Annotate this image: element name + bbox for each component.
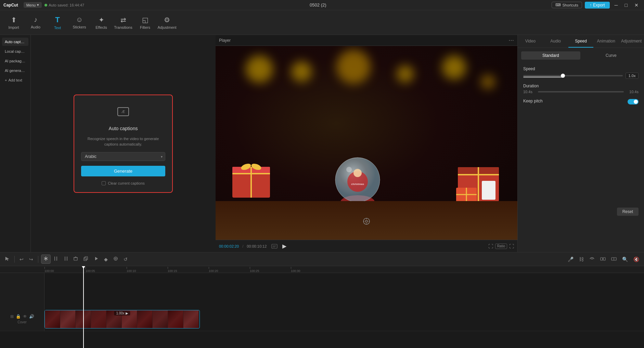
export-arrow-icon: ↑ xyxy=(590,3,592,8)
menu-button[interactable]: Menu ▾ xyxy=(24,2,42,8)
settings-dial-icon[interactable] xyxy=(363,218,370,226)
track-lock-icon[interactable]: 🔒 xyxy=(16,314,21,319)
right-panel: Video Audio Speed Animation Adjustment S… xyxy=(517,35,644,252)
ruler-line xyxy=(44,267,45,269)
toolbar-item-import[interactable]: ⬆ Import xyxy=(3,12,24,33)
tab-speed-label: Speed xyxy=(575,39,587,44)
mute-button[interactable]: 🔇 xyxy=(631,255,641,263)
player-controls: 00:00:02:20 / 00:00:10:12 ▶ ⛶ Ratio ⛶ xyxy=(216,240,517,252)
speed-value: 1.0x xyxy=(626,73,639,79)
captions-icon-player xyxy=(271,244,278,249)
toolbar-item-effects[interactable]: ✦ Effects xyxy=(91,12,112,33)
ai-packaging-label: AI packaging xyxy=(5,59,27,63)
close-button[interactable]: ✕ xyxy=(632,2,641,9)
track-audio-icon[interactable]: 🔊 xyxy=(29,314,34,319)
import-icon: ⬆ xyxy=(11,16,17,24)
frame-7 xyxy=(137,310,153,328)
svg-marker-43 xyxy=(95,257,98,260)
tab-animation[interactable]: Animation xyxy=(593,35,619,48)
tab-adjustment[interactable]: Adjustment xyxy=(619,35,644,48)
rotate-button[interactable]: ↺ xyxy=(121,255,130,263)
track-eye-icon[interactable]: 👁 xyxy=(23,314,27,319)
split-audio-button[interactable] xyxy=(609,255,619,263)
expand-icon[interactable]: ⛶ xyxy=(509,244,514,249)
speed-slider-thumb[interactable] xyxy=(561,74,565,78)
add-text-button[interactable]: + Add text xyxy=(2,76,28,84)
link-button[interactable]: ⛓ xyxy=(577,255,586,263)
shortcuts-button[interactable]: ⌨ Shortcuts xyxy=(552,2,582,8)
toolbar-item-stickers[interactable]: ☺ Stickers xyxy=(69,12,90,33)
split-button[interactable] xyxy=(41,254,51,264)
sidebar-item-local-captions[interactable]: Local capti... xyxy=(2,47,28,55)
copy-button[interactable] xyxy=(81,255,90,263)
toolbar-item-text[interactable]: T Text xyxy=(47,12,68,33)
subtab-standard-label: Standard xyxy=(542,53,559,58)
subtab-curve-label: Curve xyxy=(606,53,617,58)
transitions-label: Transitions xyxy=(114,25,132,29)
speed-section: Speed 1.0x Duration 10.4s xyxy=(518,63,644,108)
zoom-out-button[interactable]: 🔍 xyxy=(620,255,630,263)
tab-audio[interactable]: Audio xyxy=(543,35,568,48)
clear-captions-checkbox[interactable]: Clear current captions xyxy=(102,181,145,185)
reset-button[interactable]: Reset xyxy=(617,208,639,216)
video-track-row: 1.00x ▶ xyxy=(44,307,644,331)
video-clip[interactable]: 1.00x ▶ xyxy=(44,310,200,328)
sidebar-item-auto-captions[interactable]: Auto capto... xyxy=(2,38,28,46)
player-area: Player ⋯ xyxy=(216,35,517,252)
subtab-standard[interactable]: Standard xyxy=(521,51,580,60)
keep-pitch-label: Keep pitch xyxy=(523,99,543,103)
ruler-line xyxy=(127,267,127,269)
tab-speed[interactable]: Speed xyxy=(568,35,594,48)
sidebar-item-ai-packaging[interactable]: AI packaging xyxy=(2,57,28,65)
app-logo: CapCut xyxy=(3,3,18,8)
minimize-button[interactable]: ─ xyxy=(613,2,620,9)
toolbar-item-audio[interactable]: ♪ Audio xyxy=(25,12,46,33)
export-button[interactable]: ↑ Export xyxy=(585,2,610,9)
audio-track-button[interactable]: 🎤 xyxy=(566,255,576,263)
autosave-dot xyxy=(44,4,47,7)
menu-label: Menu xyxy=(26,3,36,7)
video-scene: christmas xyxy=(216,46,517,240)
captions-area: Æ Auto captions Recognize speech in the … xyxy=(31,35,216,252)
track-add-icon[interactable]: ⊞ xyxy=(10,314,14,319)
duration-slider[interactable] xyxy=(538,91,624,92)
split-left-button[interactable] xyxy=(52,255,60,263)
toolbar-item-filters[interactable]: ◱ Filters xyxy=(135,12,155,33)
keep-pitch-toggle[interactable] xyxy=(628,99,639,104)
match-button[interactable] xyxy=(598,255,608,263)
select-tool-button[interactable] xyxy=(3,255,12,263)
svg-point-13 xyxy=(353,169,362,177)
language-select[interactable]: Arabic English Chinese Spanish French Ja… xyxy=(81,152,165,161)
fullscreen-icon[interactable]: ⛶ xyxy=(488,244,493,249)
autosave-text: Auto saved: 16:44:47 xyxy=(49,3,84,7)
split-right-button[interactable] xyxy=(62,255,70,263)
play-button[interactable]: ▶ xyxy=(281,241,288,251)
player-menu-icon[interactable]: ⋯ xyxy=(508,37,514,44)
tab-adjustment-label: Adjustment xyxy=(621,39,642,44)
color-match-button[interactable] xyxy=(111,255,120,263)
sidebar-item-ai-generated[interactable]: AI generated xyxy=(2,66,28,75)
ratio-button[interactable]: Ratio xyxy=(495,244,507,249)
toolbar-item-adjustment[interactable]: ⚙ Adjustment xyxy=(157,12,177,33)
filters-icon: ◱ xyxy=(142,16,149,24)
undo-button[interactable]: ↩ xyxy=(17,255,26,263)
redo-button[interactable]: ↪ xyxy=(27,255,35,263)
video-track-label: ⊞ 🔒 👁 🔊 Cover xyxy=(0,307,44,331)
unlink-button[interactable] xyxy=(587,255,597,263)
speed-slider[interactable] xyxy=(523,75,623,76)
autosave-indicator: Auto saved: 16:44:47 xyxy=(44,3,84,7)
delete-clip-button[interactable] xyxy=(71,255,80,263)
subtab-curve[interactable]: Curve xyxy=(582,51,641,60)
time-current: 00:00:02:20 xyxy=(219,244,239,248)
svg-rect-23 xyxy=(482,181,495,200)
toolbar-item-transitions[interactable]: ⇄ Transitions xyxy=(113,12,133,33)
generate-button[interactable]: Generate xyxy=(81,166,165,176)
keyframe-button[interactable]: ◆ xyxy=(102,255,110,263)
play-from-here-button[interactable] xyxy=(92,255,101,263)
maximize-button[interactable]: □ xyxy=(623,2,630,9)
captions-title: Auto captions xyxy=(109,126,138,131)
clear-captions-label: Clear current captions xyxy=(108,181,145,185)
tab-video[interactable]: Video xyxy=(518,35,543,48)
top-bar: CapCut Menu ▾ Auto saved: 16:44:47 0502 … xyxy=(0,0,644,10)
speed-slider-row: 1.0x xyxy=(523,73,639,79)
